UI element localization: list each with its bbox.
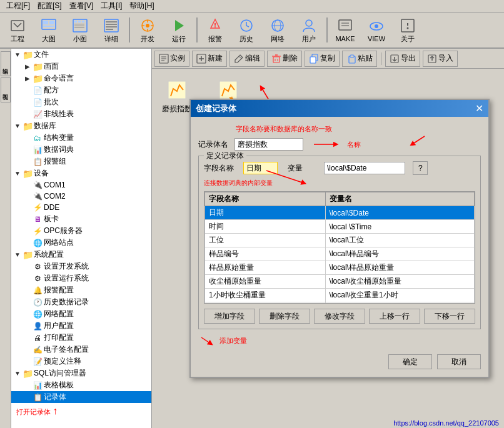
opcserver-icon: ⚡ — [33, 226, 43, 236]
toolbar-smallview-btn[interactable]: 小图 — [65, 14, 95, 46]
tree-item-com2[interactable]: 🔌 COM2 — [11, 191, 151, 202]
table-row[interactable]: 样品编号\local\样品编号 — [205, 247, 475, 261]
toolbar-history-btn[interactable]: 历史 — [231, 14, 261, 46]
modify-field-btn[interactable]: 修改字段 — [314, 309, 365, 324]
tree-item-datadict[interactable]: 📊 数据词典 — [11, 144, 151, 156]
logbody-icon: 📋 — [33, 392, 43, 402]
tree-item-userconfig[interactable]: 👤 用户配置 — [11, 320, 151, 332]
sub-btn-copy[interactable]: 复制 — [305, 51, 340, 67]
tree-item-reportgroup[interactable]: 📋 报警组 — [11, 156, 151, 167]
toolbar-bigview-btn[interactable]: 大图 — [34, 14, 64, 46]
tree-item-device[interactable]: ▼ 📁 设备 — [11, 167, 151, 179]
tree-item-printconfig[interactable]: 🖨 打印配置 — [11, 332, 151, 344]
toolbar-sep-1 — [129, 17, 130, 42]
record-name-input[interactable] — [234, 138, 303, 151]
table-row[interactable]: 样品原始重量\local\样品原始重量 — [205, 261, 475, 275]
toolbar-about-btn[interactable]: 关于 — [393, 14, 423, 46]
delete-field-btn[interactable]: 删除字段 — [259, 309, 310, 324]
predefcomment-icon: 📝 — [33, 357, 43, 367]
table-row[interactable]: 收尘桶原始重量\local\收尘桶原始重量 — [205, 275, 475, 289]
left-tab-1[interactable]: 编辑 — [1, 51, 11, 76]
add-variable-area: 添加变量 — [198, 334, 481, 347]
tree-item-structvar[interactable]: 🗂 结构变量 — [11, 132, 151, 144]
tree-item-opcserver[interactable]: ⚡ OPC服务器 — [11, 225, 151, 237]
tree-label-com2: COM2 — [44, 192, 66, 201]
tree-label-batch: 批次 — [44, 97, 59, 107]
tree-item-board[interactable]: 🖥 板卡 — [11, 213, 151, 225]
toolbar-run-btn[interactable]: 运行 — [164, 14, 194, 46]
icon-wear-index[interactable]: 磨损指数 — [162, 79, 192, 114]
menu-item-help[interactable]: 帮助[H] — [126, 1, 158, 11]
toolbar-view-btn[interactable]: VIEW — [361, 14, 391, 46]
svg-rect-7 — [78, 21, 81, 22]
toolbar-alarm-btn[interactable]: 报警 — [200, 14, 230, 46]
toolbar-make-label: MAKE — [335, 35, 355, 42]
move-up-btn[interactable]: 上移一行 — [369, 309, 420, 324]
tree-item-screen[interactable]: ▶ 📁 画面 — [11, 61, 151, 72]
tree-item-historylog[interactable]: 🕐 历史数据记录 — [11, 296, 151, 308]
sub-btn-import[interactable]: 导入 — [423, 51, 458, 67]
question-btn[interactable]: ? — [413, 161, 428, 175]
tree-item-nonlinear[interactable]: 📈 非线性表 — [11, 108, 151, 120]
table-row[interactable]: 工位\local\工位 — [205, 234, 475, 247]
toolbar-project-btn[interactable]: 工程 — [3, 14, 33, 46]
tree-item-batch[interactable]: 📄 批次 — [11, 96, 151, 108]
tree-item-database[interactable]: ▼ 📁 数据库 — [11, 120, 151, 132]
expand-icon-tabletemplate — [23, 381, 33, 391]
toolbar-make-btn[interactable]: MAKE — [330, 14, 360, 46]
tree-item-sqlmanager[interactable]: ▼ 📁 SQL访问管理器 — [11, 367, 151, 379]
table-cell-variable: \local\收尘重量4小时 — [325, 302, 474, 304]
tree-item-command[interactable]: ▶ 📁 命令语言 — [11, 72, 151, 84]
tree-item-netconfig[interactable]: 🌐 网络配置 — [11, 308, 151, 320]
table-cell-field: 样品原始重量 — [205, 261, 326, 275]
file-icon-nonlinear: 📈 — [33, 109, 43, 119]
tree-item-dde[interactable]: ⚡ DDE — [11, 202, 151, 213]
toolbar-develop-btn[interactable]: 开发 — [133, 14, 163, 46]
esignconfig-icon: ✍ — [33, 345, 43, 355]
table-row[interactable]: 日期\local\$Date — [205, 206, 475, 220]
tree-item-recipe[interactable]: 📄 配方 — [11, 84, 151, 96]
tree-label-opcserver: OPC服务器 — [44, 226, 83, 236]
confirm-btn[interactable]: 确定 — [388, 354, 432, 369]
move-down-btn[interactable]: 下移一行 — [424, 309, 475, 324]
tree-item-tabletemplate[interactable]: 📊 表格模板 — [11, 379, 151, 391]
toolbar-network-btn[interactable]: 网络 — [263, 14, 293, 46]
sub-btn-paste[interactable]: 粘贴 — [342, 51, 377, 67]
sub-btn-delete[interactable]: 删除 — [267, 51, 302, 67]
sub-btn-export[interactable]: 导出 — [385, 51, 420, 67]
table-row[interactable]: 1小时收尘桶重量\local\收尘重量1小时 — [205, 289, 475, 302]
left-tab-2[interactable]: 视图 — [1, 77, 11, 102]
menu-item-tools[interactable]: 工具[I] — [97, 1, 126, 11]
cancel-btn[interactable]: 取消 — [437, 354, 481, 369]
networknode-icon: 🌐 — [33, 238, 43, 248]
menu-item-view[interactable]: 查看[V] — [66, 1, 98, 11]
expand-icon-devsystem — [23, 262, 33, 272]
tree-item-com1[interactable]: 🔌 COM1 — [11, 179, 151, 191]
record-name-row: 记录体名 名称 — [198, 138, 481, 151]
toolbar-user-btn[interactable]: 用户 — [294, 14, 324, 46]
tree-item-predefcomment[interactable]: 📝 预定义注释 — [11, 356, 151, 367]
table-row[interactable]: 4小时收尘桶重量\local\收尘重量4小时 — [205, 302, 475, 304]
right-content-area: 实例 新建 编辑 删除 复制 粘贴 — [152, 49, 504, 428]
tree-item-esignconfig[interactable]: ✍ 电子签名配置 — [11, 344, 151, 356]
tree-item-logbody[interactable]: 📋 记录体 — [11, 391, 151, 403]
tree-item-root[interactable]: ▼ 📁 文件 — [11, 49, 151, 61]
tree-item-devsystem[interactable]: ⚙ 设置开发系统 — [11, 261, 151, 272]
toolbar-detail-btn[interactable]: 详细 — [96, 14, 126, 46]
tree-item-alarmconfig[interactable]: 🔔 报警配置 — [11, 284, 151, 296]
tree-item-runsystem[interactable]: ⚙ 设置运行系统 — [11, 272, 151, 284]
variable-input[interactable] — [324, 162, 405, 174]
tree-item-sysconfing[interactable]: ▼ 📁 系统配置 — [11, 249, 151, 261]
table-row[interactable]: 时间\local \$Time — [205, 220, 475, 234]
sub-btn-instance[interactable]: 实例 — [154, 51, 189, 67]
menu-item-config[interactable]: 配置[S] — [34, 1, 66, 11]
tree-label-reportgroup: 报警组 — [44, 156, 66, 167]
sub-btn-new[interactable]: 新建 — [192, 51, 227, 67]
sub-btn-edit[interactable]: 编辑 — [229, 51, 265, 67]
add-field-btn[interactable]: 增加字段 — [204, 309, 255, 324]
tree-label-sqlmanager: SQL访问管理器 — [34, 368, 86, 379]
tree-item-networknode[interactable]: 🌐 网络站点 — [11, 237, 151, 249]
dialog-close-button[interactable]: ✕ — [475, 102, 483, 114]
menu-item-project[interactable]: 工程[F] — [3, 1, 34, 11]
toolbar-network-label: 网络 — [271, 34, 285, 44]
